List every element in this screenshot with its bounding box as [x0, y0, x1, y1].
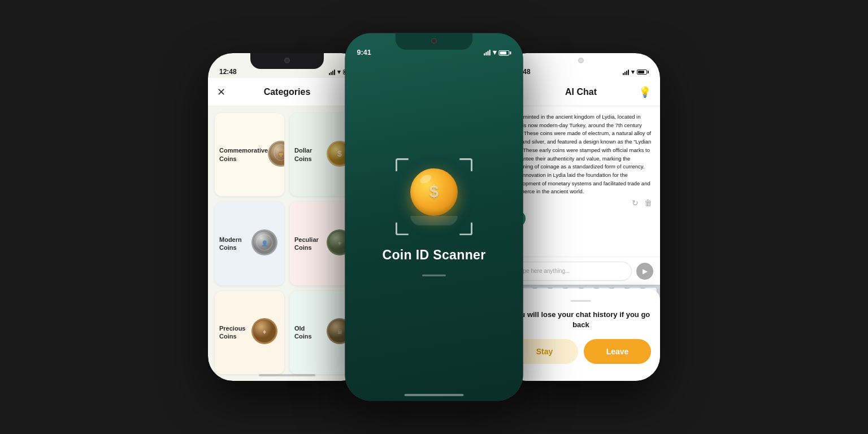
alert-buttons: Stay Leave — [511, 339, 651, 364]
categories-title: Categories — [264, 87, 311, 97]
home-indicator-center — [405, 394, 464, 396]
chat-header: ‹ AI Chat 💡 — [502, 78, 660, 106]
category-label-old: OldCoins — [294, 324, 327, 341]
svg-text:🏛: 🏛 — [337, 329, 342, 335]
leave-button[interactable]: Leave — [584, 339, 651, 364]
chat-title: AI Chat — [565, 87, 597, 97]
chat-screen: 12:48 ▾ — [502, 53, 660, 381]
input-placeholder: Type here anything... — [517, 268, 570, 274]
category-label-precious: PreciousCoins — [219, 324, 251, 341]
bottom-sheet-alert: You will lose your chat history if you g… — [502, 289, 660, 381]
category-label-modern: ModernCoins — [219, 236, 251, 252]
coin-svg-precious: ♦ — [251, 318, 277, 344]
battery-icon-right — [637, 70, 649, 75]
corner-br — [459, 222, 472, 235]
splash-content: Coin ID Scanner — [345, 33, 523, 401]
avatar-row: AI — [510, 211, 652, 227]
signal-icon-left — [329, 70, 335, 75]
corner-tr — [459, 158, 472, 171]
wifi-icon-left: ▾ — [337, 68, 341, 76]
category-modern[interactable]: ModernCoins 👤 — [215, 202, 284, 285]
alert-text: You will lose your chat history if you g… — [511, 310, 651, 330]
notch-right — [544, 53, 618, 69]
coin-svg-commemorative: 🦁 — [268, 141, 284, 167]
bulb-icon[interactable]: 💡 — [639, 86, 651, 98]
categories-grid: CommemorativeCoins 🦁 — [208, 106, 366, 381]
categories-header: ✕ Categories — [208, 78, 366, 106]
chat-input-area: Type here anything... ▶ — [502, 257, 660, 285]
close-button[interactable]: ✕ — [217, 86, 225, 98]
notch-left — [250, 53, 324, 69]
svg-text:🦁: 🦁 — [277, 151, 284, 158]
center-phone: 9:41 ▾ — [345, 33, 523, 401]
svg-text:👤: 👤 — [261, 240, 268, 247]
refresh-icon[interactable]: ↻ — [632, 198, 639, 207]
wifi-icon-center: ▾ — [493, 49, 496, 57]
category-label-peculiar: PeculiarCoins — [294, 236, 327, 252]
splash-icon-wrapper — [396, 158, 473, 236]
status-icons-right: ▾ — [623, 68, 649, 76]
chat-messages: been minted in the ancient kingdom of Ly… — [502, 106, 660, 234]
corner-tl — [396, 158, 409, 171]
left-phone-wrapper: 12:48 ▾ — [208, 53, 366, 381]
battery-icon-center — [498, 50, 511, 55]
home-indicator-left — [259, 374, 315, 376]
svg-text:$: $ — [337, 149, 342, 158]
coin-tray — [410, 215, 458, 225]
coin-image-commemorative: 🦁 — [268, 141, 284, 169]
send-button[interactable]: ▶ — [636, 263, 653, 280]
category-precious[interactable]: PreciousCoins ♦ — [215, 291, 284, 374]
coin-image-modern: 👤 — [251, 229, 280, 258]
coin-shine — [419, 173, 432, 185]
sheet-handle — [571, 300, 591, 302]
right-phone: 12:48 ▾ — [502, 53, 660, 381]
message-actions: ↻ 🗑 — [510, 198, 652, 207]
coin-svg-modern: 👤 — [251, 229, 277, 255]
right-phone-wrapper: 12:48 ▾ — [502, 53, 660, 381]
left-phone: 12:48 ▾ — [208, 53, 366, 381]
wifi-icon-right: ▾ — [631, 68, 635, 76]
svg-text:♦: ♦ — [263, 328, 266, 336]
splash-divider — [422, 274, 446, 276]
chat-input-field[interactable]: Type here anything... — [509, 262, 632, 281]
category-commemorative[interactable]: CommemorativeCoins 🦁 — [215, 113, 284, 196]
svg-text:⚜: ⚜ — [337, 241, 342, 246]
signal-icon-center — [484, 50, 491, 56]
delete-icon[interactable]: 🗑 — [644, 198, 652, 207]
message-content: been minted in the ancient kingdom of Ly… — [510, 113, 652, 196]
splash-coin — [410, 168, 458, 215]
coin-image-precious: ♦ — [251, 318, 280, 346]
category-label-commemorative: CommemorativeCoins — [219, 146, 268, 163]
send-icon: ▶ — [643, 267, 648, 275]
splash-screen: 9:41 ▾ — [345, 33, 523, 401]
categories-screen: 12:48 ▾ — [208, 53, 366, 381]
coin-container — [410, 168, 458, 225]
app-name: Coin ID Scanner — [382, 247, 485, 262]
signal-icon-right — [623, 70, 629, 75]
status-icons-center: ▾ — [484, 49, 511, 57]
status-time-center: 9:41 — [357, 49, 371, 57]
status-time-left: 12:48 — [219, 68, 237, 76]
notch-center — [396, 33, 473, 50]
category-label-dollar: DollarCoins — [294, 146, 327, 163]
center-phone-wrapper: 9:41 ▾ — [345, 33, 523, 401]
ai-message-text: been minted in the ancient kingdom of Ly… — [510, 113, 652, 196]
corner-bl — [396, 222, 409, 235]
